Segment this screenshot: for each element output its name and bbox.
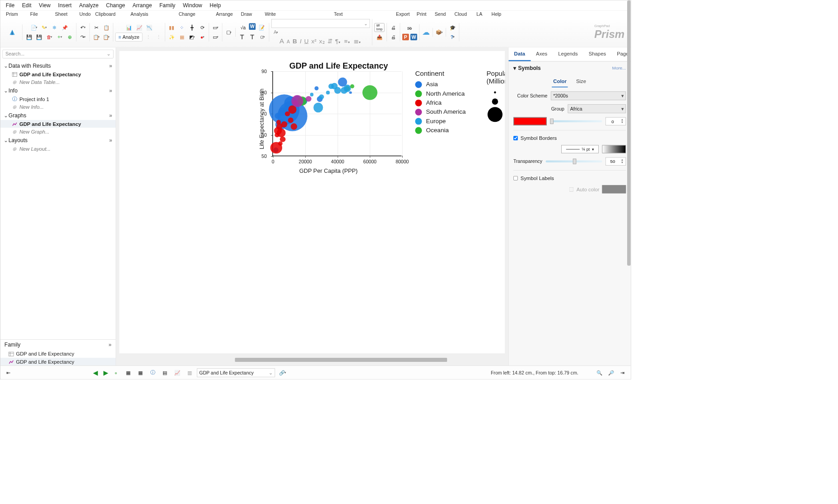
tree-item[interactable]: ⊕New Data Table...	[0, 78, 116, 86]
data-point[interactable]	[276, 120, 281, 125]
collapse-panel-icon[interactable]: ⇥	[618, 368, 627, 377]
data-point[interactable]	[326, 91, 330, 94]
analyze-more-icon[interactable]: ⋮	[144, 32, 153, 42]
grad-cap-icon[interactable]: 🎓	[448, 23, 457, 32]
panel-scrollbar[interactable]	[627, 0, 631, 266]
group-icon[interactable]: ▭▾	[211, 32, 220, 42]
font-combo[interactable]: ⌄	[271, 19, 370, 28]
font-smaller-icon[interactable]: A	[286, 38, 291, 44]
fit-icon[interactable]: 📈	[135, 23, 144, 32]
recent-sheet-icon[interactable]: ●	[111, 368, 121, 377]
data-point[interactable]	[310, 93, 313, 97]
copy-icon[interactable]: 📋	[102, 23, 111, 32]
tree-item[interactable]: ⓘProject info 1	[0, 95, 116, 103]
help-icon[interactable]: ?▾	[448, 32, 457, 42]
print-opts-icon[interactable]: 🖨	[389, 32, 398, 42]
data-point[interactable]	[319, 94, 324, 99]
data-point[interactable]	[349, 91, 352, 94]
symbol-labels-checkbox[interactable]	[513, 176, 518, 180]
tree-item[interactable]: GDP and Life Expectancy	[0, 70, 116, 78]
stats-icon[interactable]: 📊	[125, 23, 134, 32]
redo-icon[interactable]: ↷▾	[79, 32, 88, 42]
pop-legend-row[interactable]: 20.00	[487, 89, 505, 96]
notes-icon[interactable]: 📝	[257, 23, 266, 32]
legend-row[interactable]: Africa	[415, 99, 466, 106]
population-legend[interactable]: Population (Millions) 20.00166.971394.02	[487, 69, 505, 124]
tree-item[interactable]: ⊕New Graph...	[0, 128, 116, 135]
alpha-icon[interactable]: α▾	[258, 32, 267, 42]
format-tab-shapes[interactable]: Shapes	[583, 47, 611, 61]
new-file-icon[interactable]: 📄▾	[30, 23, 39, 32]
link-icon[interactable]: 🔗▾	[278, 368, 287, 377]
tree-section[interactable]: ⌄Data with Results»	[0, 61, 116, 70]
equation-icon[interactable]: √a	[239, 23, 248, 32]
menu-window[interactable]: Window	[179, 2, 205, 9]
family-header[interactable]: Family»	[0, 339, 116, 350]
hue-value-input[interactable]: ▲▼	[605, 117, 626, 125]
data-point[interactable]	[275, 133, 279, 137]
hue-slider[interactable]	[550, 120, 602, 123]
tree-section[interactable]: ⌄Info»	[0, 86, 116, 95]
menu-change[interactable]: Change	[102, 2, 128, 9]
font-bigger-icon[interactable]: A	[279, 37, 285, 45]
tree-item[interactable]: GDP and Life Expectancy	[0, 120, 116, 128]
cloud-icon[interactable]: ☁	[422, 28, 431, 37]
grid-icon[interactable]: ▦	[177, 32, 186, 42]
data-point[interactable]	[363, 85, 377, 100]
color-scheme-select[interactable]: *2000s▾	[551, 92, 626, 101]
prism-logo-icon[interactable]	[5, 24, 20, 40]
data-point[interactable]	[306, 96, 311, 102]
data-point[interactable]	[315, 86, 319, 90]
cut-icon[interactable]: ✂	[92, 23, 101, 32]
data-point[interactable]	[288, 117, 293, 123]
clipboard-icon[interactable]: 📋▾	[102, 32, 111, 42]
y-axis-title[interactable]: Life Expectancy at Birth	[259, 88, 265, 149]
continent-legend[interactable]: Continent AsiaNorth AmericaAfricaSouth A…	[415, 69, 466, 136]
axes-icon[interactable]: ╋	[188, 23, 197, 32]
x-axis-title[interactable]: GDP Per Capita (PPP)	[299, 168, 358, 175]
symbol-borders-checkbox[interactable]	[513, 136, 518, 140]
legend-row[interactable]: South America	[415, 108, 466, 116]
lineheight-icon[interactable]: ⇵	[326, 37, 334, 45]
italic-icon[interactable]: I	[299, 38, 303, 45]
transparency-input[interactable]: ▲▼	[605, 157, 626, 166]
wand-icon[interactable]: ✨	[167, 32, 176, 42]
save-icon[interactable]: 💾	[24, 32, 33, 42]
duplicate-icon[interactable]: ⊕	[65, 32, 74, 42]
color-swatch[interactable]	[513, 117, 547, 125]
underline-icon[interactable]: U	[303, 38, 309, 45]
send-p-icon[interactable]: P	[402, 33, 409, 40]
menu-edit[interactable]: Edit	[19, 2, 35, 9]
menu-view[interactable]: View	[36, 2, 54, 9]
mail-icon[interactable]: ✉▾	[405, 24, 414, 33]
next-sheet-icon[interactable]: ▶	[101, 368, 111, 377]
pin-icon[interactable]: 📌	[60, 23, 69, 32]
border-color-select[interactable]	[602, 145, 626, 153]
tree-section[interactable]: ⌄Layouts»	[0, 135, 116, 144]
la-icon[interactable]: 📦▾	[435, 28, 444, 37]
superscript-icon[interactable]: x²	[310, 38, 317, 45]
menu-help[interactable]: Help	[206, 2, 224, 9]
scrollbar-thumb[interactable]	[235, 358, 447, 362]
prev-sheet-icon[interactable]: ◀	[91, 368, 100, 377]
zoom-in-icon[interactable]: 🔍	[595, 368, 604, 377]
data-point[interactable]	[328, 83, 334, 89]
bars-icon[interactable]: ▮▮	[167, 23, 176, 32]
text-t1-icon[interactable]: T	[237, 32, 247, 42]
search-input[interactable]: Search...	[2, 50, 113, 59]
tree-section[interactable]: ⌄Graphs»	[0, 111, 116, 120]
paste-icon[interactable]: 📋▾	[92, 32, 101, 42]
layout-icon[interactable]: ▥	[185, 368, 194, 377]
export-tiff-icon[interactable]: tiffbmp	[374, 23, 385, 32]
compare-icon[interactable]: 📉	[145, 23, 154, 32]
menu-insert[interactable]: Insert	[55, 2, 75, 9]
line-weight-select[interactable]: ¼ pt▾	[561, 145, 599, 153]
highlight-icon[interactable]: ✎▾	[40, 23, 49, 32]
format-tab-page[interactable]: Page	[611, 47, 634, 61]
data-point[interactable]	[291, 123, 297, 129]
more-link[interactable]: More...	[612, 65, 626, 70]
color-icon[interactable]: ●▾	[198, 32, 207, 42]
export-more-icon[interactable]: 📤	[375, 32, 384, 42]
menu-family[interactable]: Family	[156, 2, 179, 9]
canvas-hscrollbar[interactable]	[119, 357, 505, 363]
